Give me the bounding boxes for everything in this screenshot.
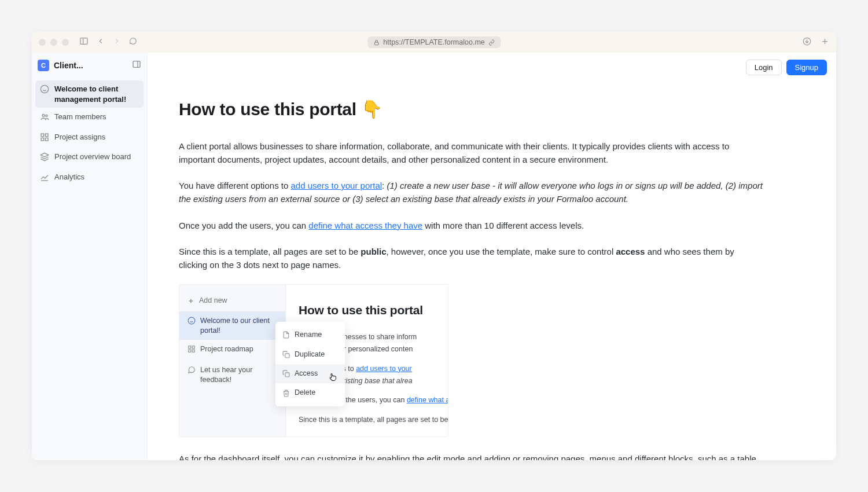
cm-delete: Delete — [275, 383, 345, 402]
sidebar-item-label: Project overview board — [54, 152, 131, 162]
article: How to use this portal 👇 A client portal… — [148, 82, 796, 460]
users-icon — [40, 112, 49, 124]
es-link: add users to your — [356, 365, 412, 373]
es-item-roadmap: Project roadmap — [179, 340, 285, 361]
copy-icon — [282, 370, 290, 377]
svg-rect-29 — [285, 354, 289, 358]
file-icon — [282, 331, 290, 339]
nav-controls — [79, 36, 137, 48]
svg-rect-28 — [192, 350, 194, 353]
sidebar: C Client... Welcome to client management… — [32, 53, 148, 460]
svg-marker-18 — [41, 153, 48, 157]
maximize-icon[interactable] — [62, 39, 69, 46]
sidebar-toggle-icon[interactable] — [79, 36, 89, 48]
chrome-right — [803, 37, 829, 48]
sidebar-item-label: Analytics — [54, 172, 84, 182]
app-body: C Client... Welcome to client management… — [32, 53, 836, 460]
trash-icon — [282, 390, 290, 397]
url-text: https://TEMPLATE.formaloo.me — [383, 38, 485, 46]
svg-rect-17 — [45, 138, 48, 141]
url-bar[interactable]: https://TEMPLATE.formaloo.me — [367, 36, 501, 48]
layers-icon — [40, 152, 49, 164]
svg-rect-16 — [41, 138, 44, 141]
plus-icon — [187, 298, 194, 304]
reload-icon[interactable] — [129, 37, 137, 47]
login-button[interactable]: Login — [746, 60, 782, 75]
svg-rect-7 — [133, 61, 140, 68]
cm-duplicate: Duplicate — [275, 345, 345, 364]
sidebar-header: C Client... — [32, 53, 147, 78]
svg-rect-15 — [45, 134, 48, 137]
grid-icon — [187, 345, 196, 356]
traffic-lights — [39, 39, 69, 46]
es-item-feedback: Let us hear your feedback! — [179, 361, 285, 390]
forward-icon[interactable] — [113, 37, 121, 47]
paragraph: A client portal allows businesses to sha… — [179, 139, 764, 167]
svg-rect-0 — [80, 38, 87, 45]
sidebar-item-welcome[interactable]: Welcome to client management portal! — [35, 80, 144, 108]
plus-icon[interactable] — [821, 37, 829, 48]
svg-point-22 — [188, 317, 195, 324]
content-header: Login Signup — [148, 53, 836, 82]
embedded-screenshot: Add new Welcome to our client portal! Pr… — [179, 284, 448, 437]
svg-rect-30 — [285, 373, 289, 377]
context-menu: Rename Duplicate Access Delete — [275, 322, 345, 406]
panel-toggle-icon[interactable] — [132, 60, 141, 71]
sidebar-item-label: Welcome to client management portal! — [54, 84, 139, 104]
paragraph: Since this is a template, all pages are … — [179, 245, 764, 272]
content-area: Login Signup How to use this portal 👇 A … — [148, 53, 836, 460]
svg-rect-2 — [375, 42, 378, 45]
grid-icon — [40, 133, 49, 145]
sidebar-item-label: Project assigns — [54, 132, 105, 142]
es-sidebar: Add new Welcome to our client portal! Pr… — [179, 285, 286, 436]
back-icon[interactable] — [97, 37, 105, 47]
svg-rect-26 — [192, 346, 194, 348]
es-link: define what a — [407, 396, 448, 404]
svg-rect-14 — [41, 134, 44, 137]
es-add-new: Add new — [179, 291, 285, 311]
title-text: How to use this portal — [179, 100, 361, 119]
page-title: How to use this portal 👇 — [179, 96, 764, 123]
define-access-link[interactable]: define what access they have — [308, 221, 422, 230]
paragraph: As for the dashboard itself, you can cus… — [179, 452, 764, 460]
sidebar-item-analytics[interactable]: Analytics — [35, 168, 144, 188]
svg-rect-25 — [189, 346, 191, 348]
smile-icon — [40, 85, 49, 97]
browser-chrome: https://TEMPLATE.formaloo.me — [32, 32, 836, 53]
es-item-welcome: Welcome to our client portal! — [179, 311, 285, 340]
svg-rect-27 — [189, 350, 191, 353]
copy-icon — [282, 351, 290, 358]
app-title: Client... — [54, 61, 127, 70]
svg-point-13 — [46, 115, 47, 116]
lock-icon — [373, 39, 380, 46]
cm-rename: Rename — [275, 325, 345, 344]
chat-icon — [187, 366, 196, 385]
sidebar-item-project-overview[interactable]: Project overview board — [35, 148, 144, 168]
sidebar-item-team-members[interactable]: Team members — [35, 108, 144, 128]
es-heading: How to use this portal — [299, 301, 448, 320]
smile-icon — [187, 317, 196, 336]
app-logo: C — [38, 60, 49, 71]
link-icon — [488, 39, 495, 46]
minimize-icon[interactable] — [50, 39, 57, 46]
chart-icon — [40, 172, 49, 185]
browser-window: https://TEMPLATE.formaloo.me C Client...… — [32, 32, 836, 460]
signup-button[interactable]: Signup — [786, 60, 827, 75]
svg-point-12 — [42, 114, 45, 116]
add-users-link[interactable]: add users to your portal — [290, 181, 382, 190]
pointing-down-icon: 👇 — [361, 100, 382, 119]
svg-point-9 — [41, 85, 48, 93]
sidebar-item-label: Team members — [54, 112, 106, 122]
paragraph: Once you add the users, you can define w… — [179, 219, 764, 232]
close-icon[interactable] — [39, 39, 46, 46]
download-icon[interactable] — [803, 37, 811, 48]
sidebar-item-project-assigns[interactable]: Project assigns — [35, 128, 144, 148]
nav-list: Welcome to client management portal! Tea… — [32, 78, 147, 190]
paragraph: You have different options to add users … — [179, 179, 764, 206]
